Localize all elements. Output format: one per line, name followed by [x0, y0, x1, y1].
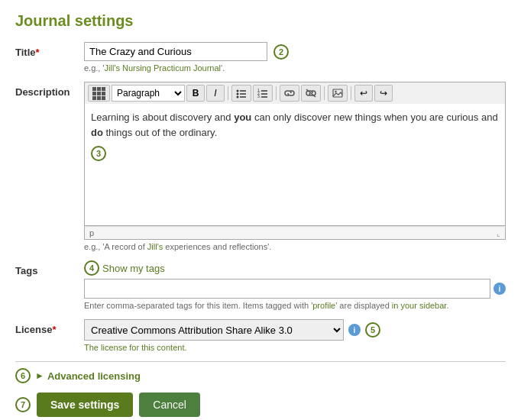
toolbar-sep-3	[324, 86, 325, 100]
cancel-button[interactable]: Cancel	[139, 393, 200, 417]
license-label: License*	[15, 319, 84, 335]
description-badge: 3	[91, 146, 106, 161]
description-field: Paragraph Heading 1 Heading 2 Preformatt…	[84, 82, 506, 251]
svg-text:3.: 3.	[257, 94, 260, 99]
toolbar-sep-4	[351, 86, 351, 100]
title-hint: e.g., 'Jill's Nursing Practicum Journal'…	[84, 63, 506, 73]
tags-badge: 4	[84, 260, 99, 276]
toolbar-redo-btn[interactable]: ↪	[374, 85, 393, 102]
toolbar-bullet-btn[interactable]	[231, 85, 251, 102]
toolbar-ordered-btn[interactable]: 1.2.3.	[253, 85, 273, 102]
svg-point-2	[237, 93, 239, 95]
title-field: 2 e.g., 'Jill's Nursing Practicum Journa…	[84, 42, 506, 73]
toolbar-image-btn[interactable]	[328, 85, 348, 102]
tags-input[interactable]	[84, 279, 490, 299]
save-settings-button[interactable]: Save settings	[37, 393, 133, 417]
svg-point-0	[237, 90, 239, 92]
button-row: 7 Save settings Cancel	[15, 393, 506, 417]
tags-field: 4 Show my tags i Enter comma-separated t…	[84, 260, 506, 310]
show-my-tags-link[interactable]: Show my tags	[102, 263, 165, 274]
svg-point-4	[237, 96, 239, 99]
license-select[interactable]: Creative Commons Attribution Share Alike…	[84, 319, 344, 341]
license-field: Creative Commons Attribution Share Alike…	[84, 319, 506, 352]
toolbar-italic-btn[interactable]: I	[206, 85, 225, 102]
advanced-badge: 6	[15, 368, 31, 383]
editor-toolbar: Paragraph Heading 1 Heading 2 Preformatt…	[84, 82, 506, 104]
advanced-label: Advanced licensing	[47, 370, 141, 382]
description-text: Learning is about discovery and you can …	[91, 111, 498, 138]
toolbar-link-btn[interactable]	[280, 85, 299, 102]
description-row: Description Paragraph Heading 1 Heading …	[15, 82, 506, 251]
toolbar-sep-1	[228, 86, 228, 100]
license-info-icon[interactable]: i	[348, 324, 361, 336]
tags-row: Tags 4 Show my tags i Enter comma-separa…	[15, 260, 506, 310]
license-hint: The license for this content.	[84, 343, 506, 352]
license-row: License* Creative Commons Attribution Sh…	[15, 319, 506, 352]
toolbar-bold-btn[interactable]: B	[186, 85, 205, 102]
tags-hint: Enter comma-separated tags for this item…	[84, 301, 506, 310]
description-hint: e.g., 'A record of Jill's experiences an…	[84, 242, 506, 251]
title-input[interactable]	[84, 42, 267, 61]
resize-handle[interactable]: ⌞	[497, 229, 500, 237]
svg-point-14	[335, 91, 336, 92]
toolbar-undo-btn[interactable]: ↩	[354, 85, 373, 102]
format-select[interactable]: Paragraph Heading 1 Heading 2 Preformatt…	[112, 85, 185, 102]
editor-body[interactable]: Learning is about discovery and you can …	[84, 104, 506, 226]
license-badge: 5	[365, 322, 380, 338]
description-label: Description	[15, 82, 84, 98]
title-badge: 2	[273, 44, 289, 60]
title-row: Title* 2 e.g., 'Jill's Nursing Practicum…	[15, 42, 506, 73]
tags-info-icon[interactable]: i	[493, 283, 506, 295]
toolbar-grid-btn[interactable]	[88, 85, 110, 102]
tags-label: Tags	[15, 260, 84, 276]
editor-footer: p ⌞	[84, 226, 506, 240]
toolbar-unlink-btn[interactable]	[301, 85, 321, 102]
advanced-licensing-section: 6 ► Advanced licensing	[15, 361, 506, 383]
advanced-toggle[interactable]: ► Advanced licensing	[35, 370, 141, 382]
page-title: Journal settings	[15, 12, 506, 30]
save-badge: 7	[15, 397, 31, 412]
chevron-right-icon: ►	[35, 370, 44, 381]
editor-tag-indicator: p	[89, 228, 94, 237]
title-label: Title*	[15, 42, 84, 58]
toolbar-sep-2	[276, 86, 277, 100]
